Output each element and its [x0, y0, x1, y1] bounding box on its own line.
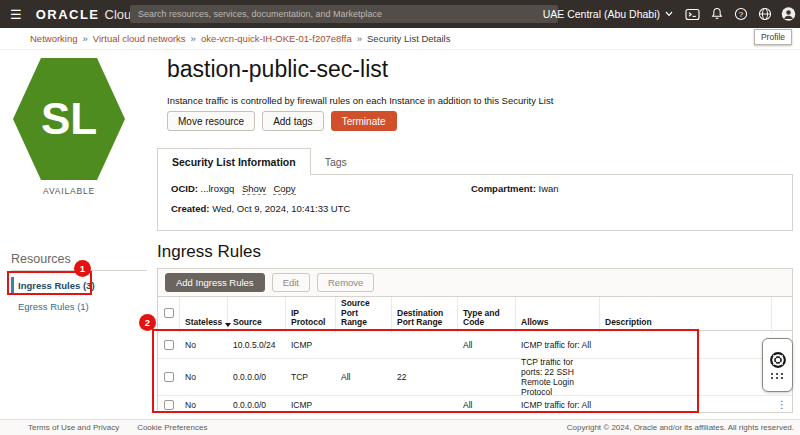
- region-selector[interactable]: UAE Central (Abu Dhabi): [543, 8, 673, 20]
- security-list-badge-label: SL: [41, 94, 97, 144]
- table-row[interactable]: No 10.0.5.0/24 ICMP All ICMP traffic for…: [158, 331, 792, 359]
- support-chat-widget[interactable]: [762, 338, 793, 392]
- page-subtitle: Instance traffic is controlled by firewa…: [167, 95, 553, 106]
- cell-stateless: No: [185, 372, 196, 382]
- dots-grid-icon: [771, 373, 784, 379]
- breadcrumb-networking[interactable]: Networking: [30, 33, 78, 44]
- breadcrumb: Networking » Virtual cloud networks » ok…: [0, 28, 800, 50]
- table-header-row: Stateless Source IP Protocol Source Port…: [158, 296, 792, 331]
- column-header-destination-port-range: Destination Port Range: [392, 297, 458, 333]
- column-header-stateless[interactable]: Stateless: [180, 297, 228, 333]
- cookie-preferences-link[interactable]: Cookie Preferences: [137, 423, 207, 432]
- cell-allows: ICMP traffic for: All: [521, 400, 591, 410]
- move-resource-button[interactable]: Move resource: [167, 111, 255, 131]
- ocid-value: ...lroxgq: [201, 183, 235, 194]
- footer: Terms of Use and Privacy Cookie Preferen…: [0, 419, 800, 435]
- column-header-actions: [772, 297, 792, 333]
- logo-oracle-text: ORACLE: [36, 7, 100, 22]
- search-input[interactable]: [130, 5, 558, 23]
- cell-ip-protocol: TCP: [291, 372, 308, 382]
- cell-stateless: No: [185, 340, 196, 350]
- profile-avatar-icon[interactable]: [781, 7, 796, 22]
- edit-button[interactable]: Edit: [272, 273, 310, 292]
- add-tags-button[interactable]: Add tags: [262, 111, 323, 131]
- security-list-badge-hexagon: SL: [13, 58, 125, 180]
- sidebar-item-egress-rules[interactable]: Egress Rules (1): [11, 301, 89, 312]
- annotation-step-1: 1: [74, 260, 91, 277]
- select-all-checkbox[interactable]: [158, 297, 180, 333]
- terms-of-use-link[interactable]: Terms of Use and Privacy: [28, 423, 119, 432]
- copyright-text: Copyright © 2024, Oracle and/or its affi…: [567, 423, 794, 432]
- column-header-allows: Allows: [516, 297, 600, 333]
- created-label: Created:: [171, 203, 210, 214]
- breadcrumb-current: Security List Details: [367, 33, 450, 44]
- cell-source-port-range: All: [341, 372, 350, 382]
- cell-type-and-code: All: [463, 400, 472, 410]
- hamburger-menu-icon[interactable]: ☰: [10, 7, 22, 22]
- column-header-source: Source: [228, 297, 286, 333]
- security-list-information-panel: OCID: ...lroxgq Show Copy Created: Wed, …: [157, 174, 793, 231]
- breadcrumb-separator: »: [191, 33, 196, 44]
- add-ingress-rules-button[interactable]: Add Ingress Rules: [165, 273, 265, 292]
- breadcrumb-separator: »: [83, 33, 88, 44]
- resources-heading: Resources: [11, 252, 71, 266]
- cell-source: 0.0.0.0/0: [233, 372, 266, 382]
- table-body: No 10.0.5.0/24 ICMP All ICMP traffic for…: [158, 331, 792, 413]
- breadcrumb-vcn[interactable]: Virtual cloud networks: [93, 33, 186, 44]
- cell-allows: TCP traffic for ports: 22 SSH Remote Log…: [521, 359, 595, 395]
- cell-source: 0.0.0.0/0: [233, 400, 266, 410]
- breadcrumb-vcn-name[interactable]: oke-vcn-quick-IH-OKE-01-f207e8ffa: [201, 33, 352, 44]
- egress-rules-nav-label: Egress Rules (1): [18, 301, 89, 312]
- sidebar-item-ingress-rules[interactable]: Ingress Rules (3): [11, 277, 95, 294]
- page-title: bastion-public-sec-list: [167, 56, 388, 83]
- cell-source: 10.0.5.0/24: [233, 340, 276, 350]
- ingress-table-toolbar: Add Ingress Rules Edit Remove: [158, 269, 792, 296]
- life-ring-icon: [769, 351, 787, 369]
- cloud-shell-icon[interactable]: [685, 7, 700, 22]
- column-header-source-port-range: Source Port Range: [336, 297, 392, 333]
- terminate-button[interactable]: Terminate: [331, 111, 397, 131]
- breadcrumb-separator: »: [357, 33, 362, 44]
- compartment-label: Compartment:: [471, 183, 536, 194]
- topbar-right-cluster: UAE Central (Abu Dhabi) ?: [543, 0, 796, 28]
- cell-allows: ICMP traffic for: All: [521, 340, 591, 350]
- tab-security-list-information[interactable]: Security List Information: [157, 148, 311, 175]
- cell-stateless: No: [185, 400, 196, 410]
- tab-tags[interactable]: Tags: [311, 148, 361, 175]
- ingress-rules-table-card: Add Ingress Rules Edit Remove Stateless …: [157, 268, 793, 413]
- profile-tooltip: Profile: [754, 29, 792, 45]
- row-checkbox[interactable]: [158, 396, 180, 413]
- status-badge: AVAILABLE: [13, 186, 125, 196]
- language-globe-icon[interactable]: [757, 7, 772, 22]
- cell-ip-protocol: ICMP: [291, 400, 312, 410]
- help-icon[interactable]: ?: [733, 7, 748, 22]
- row-checkbox[interactable]: [158, 331, 180, 358]
- notifications-bell-icon[interactable]: [709, 7, 724, 22]
- cell-ip-protocol: ICMP: [291, 340, 312, 350]
- detail-tabs: Security List Information Tags: [157, 148, 361, 175]
- chevron-down-icon: [665, 11, 673, 17]
- ocid-show-link[interactable]: Show: [242, 183, 266, 195]
- table-row[interactable]: No 0.0.0.0/0 TCP All 22 TCP traffic for …: [158, 359, 792, 396]
- ocid-copy-link[interactable]: Copy: [273, 183, 295, 195]
- cell-type-and-code: All: [463, 340, 472, 350]
- region-label: UAE Central (Abu Dhabi): [543, 8, 660, 20]
- created-value: Wed, Oct 9, 2024, 10:41:33 UTC: [212, 203, 350, 214]
- column-header-description: Description: [600, 297, 772, 333]
- annotation-step-2: 2: [139, 314, 156, 331]
- column-header-type-and-code: Type and Code: [458, 297, 516, 333]
- header-action-buttons: Move resource Add tags Terminate: [167, 111, 397, 131]
- row-actions-kebab-icon[interactable]: ⋮: [772, 396, 792, 413]
- ingress-rules-heading: Ingress Rules: [157, 242, 261, 262]
- ocid-label: OCID:: [171, 183, 198, 194]
- row-checkbox[interactable]: [158, 359, 180, 395]
- oracle-cloud-logo: ORACLE Cloud: [36, 7, 139, 22]
- ingress-rules-nav-label: Ingress Rules (3): [18, 280, 95, 291]
- table-row[interactable]: No 0.0.0.0/0 ICMP All ICMP traffic for: …: [158, 396, 792, 413]
- compartment-value: Iwan: [539, 183, 559, 194]
- column-header-ip-protocol: IP Protocol: [286, 297, 336, 333]
- svg-text:?: ?: [738, 10, 743, 19]
- cell-destination-port-range: 22: [397, 372, 406, 382]
- remove-button[interactable]: Remove: [317, 273, 374, 292]
- top-navigation-bar: ☰ ORACLE Cloud UAE Central (Abu Dhabi) ?: [0, 0, 800, 28]
